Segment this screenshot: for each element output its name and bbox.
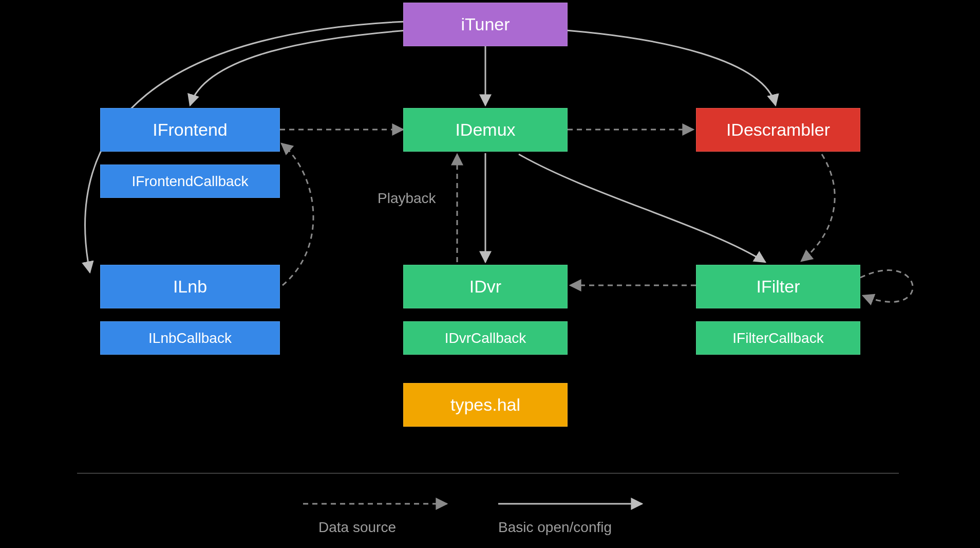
edge-ituner-idescrambler (537, 28, 776, 105)
diagram-canvas: iTuner IFrontend IFrontendCallback IDemu… (0, 0, 980, 548)
edge-ilnb-ifrontend (281, 143, 313, 285)
node-idvr-callback: IDvrCallback (403, 321, 568, 355)
node-ifilter-callback: IFilterCallback (696, 321, 860, 355)
node-ifilter: IFilter (696, 265, 860, 308)
legend-separator (77, 473, 899, 473)
legend-label-dashed: Data source (318, 519, 396, 536)
node-ilnb: ILnb (100, 265, 280, 308)
node-ifrontend: IFrontend (100, 108, 280, 152)
node-ilnb-callback: ILnbCallback (100, 321, 280, 355)
edge-ituner-ifrontend (190, 28, 437, 105)
node-idemux: IDemux (403, 108, 568, 152)
node-idescrambler: IDescrambler (696, 108, 860, 152)
edge-idemux-ifilter (519, 154, 765, 262)
legend-label-solid: Basic open/config (498, 519, 612, 536)
node-types-hal: types.hal (403, 383, 568, 427)
edge-ifilter-self (860, 270, 913, 302)
edge-idescrambler-ifilter (801, 154, 835, 261)
node-idvr: IDvr (403, 265, 568, 308)
node-ituner: iTuner (403, 3, 568, 46)
label-playback: Playback (378, 190, 436, 207)
node-ifrontend-callback: IFrontendCallback (100, 165, 280, 198)
